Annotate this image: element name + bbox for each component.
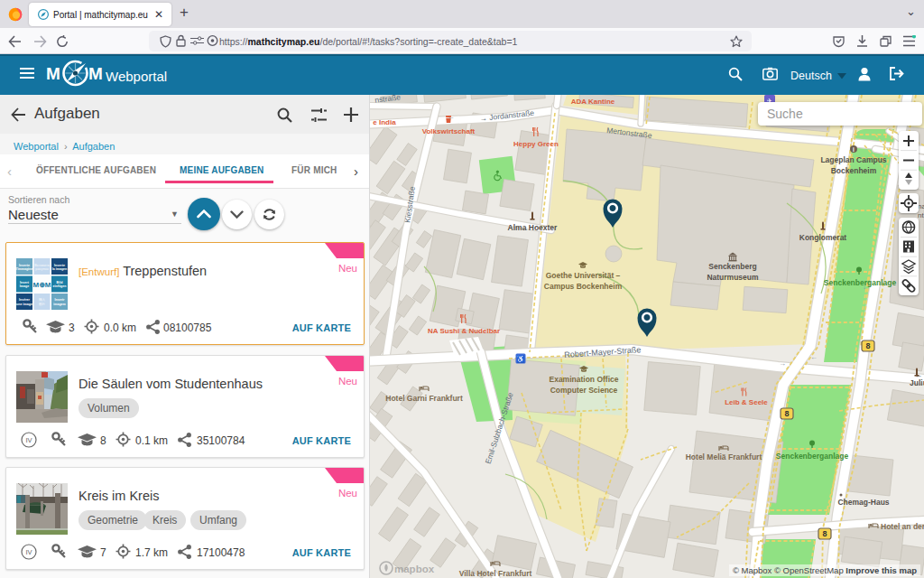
svg-text:8: 8 bbox=[784, 409, 789, 418]
svg-text:l'immagine: l'immagine bbox=[16, 267, 32, 271]
svg-text:Bild: Bild bbox=[57, 281, 63, 284]
svg-text:Alma Hoexter: Alma Hoexter bbox=[508, 223, 558, 232]
svg-text:Computer Science: Computer Science bbox=[550, 386, 618, 395]
svg-text:Вставить: Вставить bbox=[34, 264, 51, 267]
svg-text:IV: IV bbox=[25, 548, 32, 556]
svg-text:Hotel Garni Frankfurt: Hotel Garni Frankfurt bbox=[385, 394, 463, 403]
svg-text:Senckenberganlage: Senckenberganlage bbox=[776, 452, 849, 461]
svg-text:mapbox: mapbox bbox=[394, 564, 435, 574]
svg-text:Chemag-Haus: Chemag-Haus bbox=[837, 498, 889, 507]
svg-text:Hotel Meliä Frankfurt: Hotel Meliä Frankfurt bbox=[686, 452, 762, 461]
svg-text:Image: Image bbox=[20, 284, 29, 288]
svg-text:Konglomerat: Konglomerat bbox=[799, 233, 847, 242]
svg-text:↓: ↓ bbox=[863, 283, 866, 291]
svg-text:e India: e India bbox=[373, 118, 396, 126]
svg-text:Leib & Seele: Leib & Seele bbox=[725, 398, 768, 406]
svg-text:←: ← bbox=[447, 113, 455, 122]
svg-text:Examination Office: Examination Office bbox=[550, 375, 619, 384]
svg-text:挿入: 挿入 bbox=[38, 297, 46, 302]
svg-text:une image: une image bbox=[16, 303, 32, 306]
svg-text:einfügen: einfügen bbox=[53, 284, 67, 288]
svg-text:→: → bbox=[779, 359, 786, 368]
svg-text:Hotel an der Mes: Hotel an der Mes bbox=[881, 522, 924, 531]
svg-text:Campus Bockenheim: Campus Bockenheim bbox=[544, 282, 623, 291]
svg-text:Bockenheim: Bockenheim bbox=[831, 166, 877, 175]
svg-text:Villa Hotel Frankfurt: Villa Hotel Frankfurt bbox=[459, 569, 532, 578]
svg-text:Goethe Universität –: Goethe Universität – bbox=[546, 271, 621, 280]
svg-text:Senckenberg: Senckenberg bbox=[708, 262, 756, 271]
svg-text:Insert: Insert bbox=[20, 281, 30, 284]
svg-text:图片: 图片 bbox=[39, 302, 46, 306]
svg-text:M⊕M: M⊕M bbox=[32, 281, 51, 289]
svg-text:i: i bbox=[853, 146, 855, 153]
svg-text:imagem: imagem bbox=[53, 303, 66, 306]
svg-text:Inserte: Inserte bbox=[19, 264, 30, 267]
svg-text:Insérer: Insérer bbox=[19, 298, 31, 302]
svg-text:♿: ♿ bbox=[516, 355, 525, 363]
svg-text:Senckenberganlage: Senckenberganlage bbox=[824, 278, 897, 287]
svg-text:Inserir: Inserir bbox=[55, 298, 66, 302]
svg-text:M: M bbox=[88, 64, 103, 83]
svg-text:ADA Kantine: ADA Kantine bbox=[571, 98, 615, 106]
svg-text:M: M bbox=[46, 64, 60, 83]
svg-text:NA Sushi & Nudelbar: NA Sushi & Nudelbar bbox=[428, 327, 500, 335]
svg-text:Lageplan Campus: Lageplan Campus bbox=[820, 155, 886, 164]
svg-text:8: 8 bbox=[822, 529, 827, 538]
svg-text:←: ← bbox=[810, 353, 818, 361]
svg-text:Julius V: Julius V bbox=[910, 378, 924, 387]
svg-text:nt: nt bbox=[918, 211, 924, 219]
svg-text:рисунок: рисунок bbox=[35, 267, 49, 271]
svg-text:8: 8 bbox=[865, 341, 870, 350]
svg-text:Inserte: Inserte bbox=[54, 264, 65, 267]
svg-text:Naturmuseum: Naturmuseum bbox=[707, 273, 759, 282]
svg-text:na: na bbox=[918, 202, 924, 210]
svg-text:IV: IV bbox=[25, 436, 32, 444]
svg-text:Heppy Green: Heppy Green bbox=[513, 140, 559, 148]
svg-text:Volkswirtschaft: Volkswirtschaft bbox=[422, 127, 476, 135]
svg-text:la imagen: la imagen bbox=[52, 267, 68, 271]
